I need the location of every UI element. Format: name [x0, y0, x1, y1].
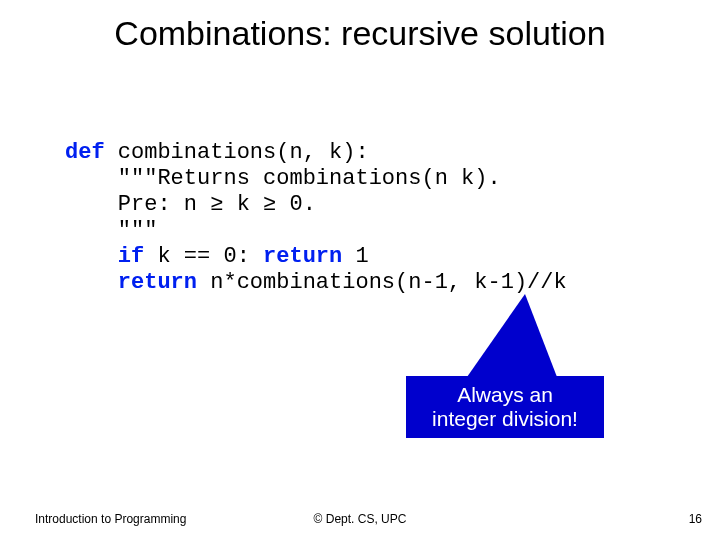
keyword-def: def: [65, 140, 105, 165]
keyword-return-2: return: [65, 270, 197, 295]
code-line-4: """: [65, 218, 157, 243]
page-number: 16: [689, 512, 702, 526]
svg-marker-0: [467, 294, 557, 377]
code-line-2: """Returns combinations(n k).: [65, 166, 501, 191]
callout-box: Always an integer division!: [406, 376, 604, 438]
code-line-1-rest: combinations(n, k):: [105, 140, 369, 165]
slide: Combinations: recursive solution def com…: [0, 0, 720, 540]
callout-line-2: integer division!: [432, 407, 578, 431]
code-line-6-end: n*combinations(n-1, k-1)//k: [197, 270, 567, 295]
code-line-3: Pre: n ≥ k ≥ 0.: [65, 192, 316, 217]
code-line-5-mid: k == 0:: [144, 244, 263, 269]
slide-title: Combinations: recursive solution: [0, 14, 720, 53]
code-line-5-end: 1: [342, 244, 368, 269]
footer-center: © Dept. CS, UPC: [0, 512, 720, 526]
keyword-if: if: [65, 244, 144, 269]
callout-line-1: Always an: [457, 383, 553, 407]
keyword-return-1: return: [263, 244, 342, 269]
code-block: def combinations(n, k): """Returns combi…: [65, 140, 567, 296]
